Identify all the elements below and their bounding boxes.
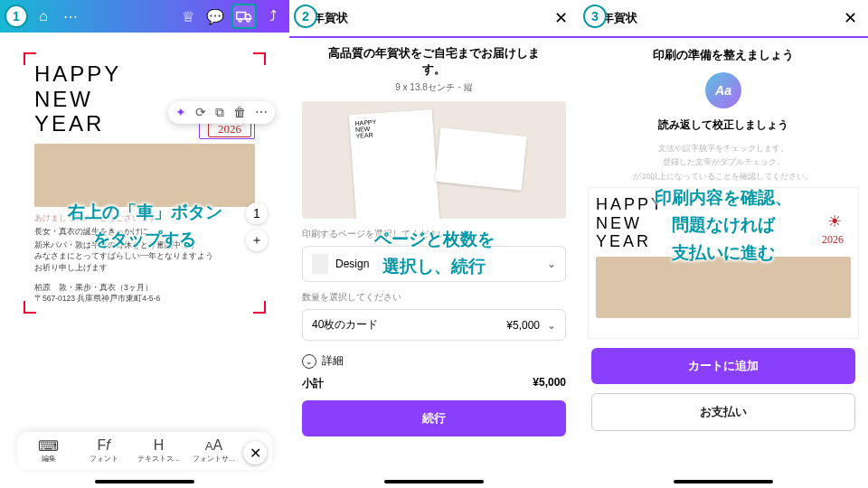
comment-icon[interactable]: 💬 bbox=[204, 5, 226, 27]
svg-rect-0 bbox=[237, 13, 246, 20]
font-size-tool[interactable]: AAフォントサ… bbox=[188, 437, 240, 465]
home-indicator bbox=[674, 480, 773, 483]
proofread-desc: 文法や誤字脱字をチェックします。登録した文章がダブルチェック。が10以上になって… bbox=[591, 142, 855, 183]
svg-point-2 bbox=[247, 19, 250, 22]
rotate-icon[interactable]: ⟳ bbox=[195, 105, 206, 120]
copy-icon[interactable]: ⧉ bbox=[215, 105, 224, 120]
text-style-tool[interactable]: Hテキストス… bbox=[133, 437, 184, 465]
chevron-down-icon: ⌄ bbox=[302, 354, 316, 369]
lead-text: 印刷の準備を整えましょう bbox=[591, 47, 855, 63]
overflow-icon[interactable]: ⋯ bbox=[255, 105, 268, 120]
signature[interactable]: 柏原 敦・果歩・真衣（3ヶ月） 〒567-0123 兵庫県神戸市東町4-5-6 bbox=[34, 283, 255, 305]
svg-point-1 bbox=[239, 19, 241, 22]
quantity-select[interactable]: 40枚のカード ¥5,000 ⌄ bbox=[302, 309, 566, 341]
element-toolbar: ✦ ⟳ ⧉ 🗑 ⋯ bbox=[168, 101, 275, 124]
subtotal-row: 小計¥5,000 bbox=[302, 376, 566, 391]
sheet-header: ‹ 年賀状 ✕ bbox=[289, 0, 579, 38]
sheet-header: ‹ 年賀状 ✕ bbox=[579, 0, 868, 38]
lead-text: 高品質の年賀状をご自宅までお届けします。 bbox=[302, 45, 566, 78]
price-text: ¥5,000 bbox=[506, 319, 540, 332]
print-truck-icon[interactable] bbox=[231, 4, 257, 29]
add-to-cart-button[interactable]: カートに追加 bbox=[591, 348, 855, 384]
share-icon[interactable]: ⤴ bbox=[262, 5, 284, 27]
home-icon[interactable]: ⌂ bbox=[33, 5, 54, 27]
home-indicator bbox=[95, 480, 194, 483]
more-icon[interactable]: ⋯ bbox=[60, 5, 81, 27]
instruction-overlay-3: 印刷内容を確認、問題なければ支払いに進む bbox=[579, 184, 868, 267]
trash-icon[interactable]: 🗑 bbox=[233, 105, 246, 120]
close-icon[interactable]: ✕ bbox=[554, 8, 568, 28]
instruction-overlay-1: 右上の「車」ボタンをタップする bbox=[0, 199, 289, 254]
dimensions-text: 9 x 13.8センチ・縦 bbox=[302, 81, 566, 94]
instruction-overlay-2: ページと枚数を選択し、続行 bbox=[289, 226, 579, 281]
detail-toggle[interactable]: ⌄ 詳細 bbox=[302, 353, 566, 369]
design-canvas[interactable]: HAPPY NEW YEAR 2026 ✦ ⟳ ⧉ 🗑 ⋯ 1 ＋ あけましてお… bbox=[18, 51, 271, 315]
bottom-toolbar: ⌨編集 Ffフォント Hテキストス… AAフォントサ… ✕ bbox=[17, 432, 272, 470]
step-badge-1: 1 bbox=[5, 5, 28, 28]
font-tool[interactable]: Ffフォント bbox=[78, 437, 129, 465]
sheet-title: 年賀状 bbox=[313, 10, 554, 26]
proofread-title: 読み返して校正しましょう bbox=[591, 117, 855, 133]
product-mockup: HAPPYNEWYEAR bbox=[302, 101, 566, 219]
continue-button[interactable]: 続行 bbox=[302, 400, 566, 436]
photo-placeholder[interactable] bbox=[34, 144, 255, 207]
crown-icon[interactable]: ♕ bbox=[177, 5, 199, 27]
proofread-icon: Aa bbox=[705, 72, 741, 108]
home-indicator bbox=[384, 480, 484, 483]
sheet-title: 年賀状 bbox=[602, 10, 844, 26]
close-icon[interactable]: ✕ bbox=[844, 8, 857, 28]
close-toolbar-button[interactable]: ✕ bbox=[243, 441, 267, 465]
step-badge-3: 3 bbox=[583, 5, 607, 28]
editor-topbar: ‹ ⌂ ⋯ ♕ 💬 ⤴ bbox=[0, 0, 289, 33]
edit-tool[interactable]: ⌨編集 bbox=[23, 437, 74, 465]
magic-icon[interactable]: ✦ bbox=[175, 105, 186, 120]
checkout-button[interactable]: お支払い bbox=[591, 393, 855, 431]
step-badge-2: 2 bbox=[294, 5, 317, 28]
qty-label: 数量を選択してください bbox=[302, 291, 566, 304]
chevron-down-icon: ⌄ bbox=[547, 319, 556, 332]
